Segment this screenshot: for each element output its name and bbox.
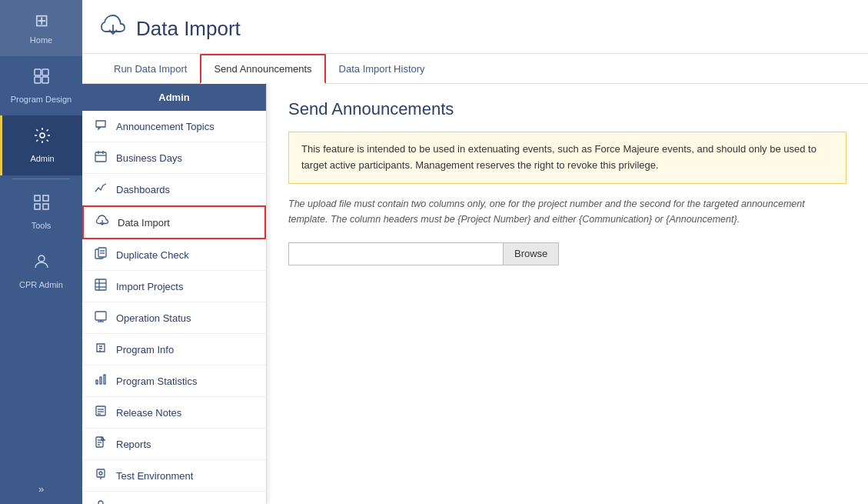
import-projects-icon (93, 279, 108, 294)
dropdown-item-reports[interactable]: Reports (82, 429, 266, 460)
dropdown-label-duplicate-check: Duplicate Check (116, 249, 189, 261)
dropdown-header: Admin (82, 84, 266, 111)
svg-point-39 (99, 472, 102, 475)
admin-icon (33, 126, 52, 149)
nav-item-tools[interactable]: Tools (0, 182, 82, 242)
dropdown-item-release-notes[interactable]: Release Notes (82, 397, 266, 429)
content-wrapper: Admin Announcement Topics (82, 84, 868, 504)
reports-icon (93, 436, 108, 452)
nav-label-program-design: Program Design (11, 95, 72, 105)
dropdown-item-business-days[interactable]: Business Days (82, 142, 266, 174)
svg-rect-27 (96, 380, 98, 384)
dropdown-label-operation-status: Operation Status (116, 312, 191, 324)
admin-dropdown-menu: Admin Announcement Topics (82, 84, 267, 504)
left-nav: ⊞ Home Program Design Admin (0, 0, 82, 504)
browse-button[interactable]: Browse (504, 242, 559, 265)
tab-run-data-import[interactable]: Run Data Import (101, 55, 200, 83)
main-area: Data Import Run Data Import Send Announc… (82, 0, 868, 504)
page-title: Data Import (136, 17, 241, 41)
home-icon: ⊞ (35, 11, 48, 31)
svg-point-41 (98, 501, 103, 504)
program-design-icon (32, 67, 51, 90)
cpr-admin-icon (32, 252, 51, 275)
svg-rect-11 (95, 152, 106, 162)
program-info-icon (93, 342, 108, 357)
alert-text: This feature is intended to be used in e… (301, 143, 816, 171)
program-statistics-icon (93, 373, 108, 389)
dropdown-label-user-administration: User Administration (116, 502, 203, 505)
svg-rect-17 (98, 248, 106, 257)
dropdown-item-data-import[interactable]: Data Import (82, 205, 266, 239)
svg-rect-1 (42, 69, 48, 75)
svg-rect-38 (97, 469, 105, 477)
svg-rect-3 (42, 77, 48, 83)
expand-icon: » (38, 483, 44, 495)
svg-rect-20 (95, 279, 106, 290)
browse-row: Browse (288, 242, 846, 265)
nav-label-tools: Tools (32, 221, 52, 231)
nav-label-admin: Admin (30, 154, 54, 164)
dropdown-label-test-environment: Test Environment (116, 470, 193, 482)
file-input[interactable] (288, 242, 504, 265)
dropdown-item-announcement-topics[interactable]: Announcement Topics (82, 111, 266, 142)
test-environment-icon (93, 468, 108, 483)
alert-box: This feature is intended to be used in e… (288, 132, 846, 184)
svg-rect-0 (35, 69, 41, 75)
dropdown-item-user-administration[interactable]: User Administration (82, 492, 266, 504)
svg-rect-6 (43, 195, 48, 201)
tab-data-import-history[interactable]: Data Import History (326, 55, 438, 83)
dropdown-item-operation-status[interactable]: Operation Status (82, 302, 266, 334)
duplicate-check-icon (93, 247, 108, 262)
nav-item-cpr-admin[interactable]: CPR Admin (0, 242, 82, 301)
dropdown-label-release-notes: Release Notes (116, 407, 181, 419)
nav-item-program-design[interactable]: Program Design (0, 56, 82, 115)
page-content: Send Announcements This feature is inten… (267, 84, 868, 504)
tools-icon (32, 193, 51, 216)
svg-rect-28 (100, 377, 101, 384)
tabs-bar: Run Data Import Send Announcements Data … (82, 54, 868, 84)
info-text: The upload file must contain two columns… (288, 196, 846, 227)
announcement-topics-icon (93, 118, 108, 134)
dropdown-item-program-info[interactable]: Program Info (82, 334, 266, 365)
data-import-dropdown-icon (95, 215, 110, 230)
dropdown-item-test-environment[interactable]: Test Environment (82, 460, 266, 492)
svg-rect-29 (104, 375, 105, 384)
dropdown-item-import-projects[interactable]: Import Projects (82, 271, 266, 302)
dropdown-label-import-projects: Import Projects (116, 281, 183, 292)
svg-rect-8 (43, 204, 48, 209)
data-import-header-icon (101, 14, 125, 44)
dropdown-label-dashboards: Dashboards (116, 184, 170, 195)
dropdown-label-program-info: Program Info (116, 344, 174, 355)
operation-status-icon (93, 310, 108, 325)
release-notes-icon (93, 405, 108, 420)
dropdown-label-business-days: Business Days (116, 152, 182, 164)
dropdown-item-program-statistics[interactable]: Program Statistics (82, 365, 266, 397)
svg-rect-2 (35, 77, 41, 83)
page-header: Data Import (82, 0, 868, 54)
svg-rect-7 (35, 204, 40, 209)
dropdown-label-program-statistics: Program Statistics (116, 375, 197, 387)
svg-point-9 (38, 255, 45, 262)
nav-expand-button[interactable]: » (0, 474, 82, 504)
tab-send-announcements[interactable]: Send Announcements (200, 54, 325, 84)
user-administration-icon (93, 499, 108, 504)
dropdown-item-duplicate-check[interactable]: Duplicate Check (82, 239, 266, 271)
nav-divider (12, 179, 70, 179)
svg-point-4 (40, 133, 45, 138)
dropdown-label-data-import: Data Import (118, 217, 170, 229)
dropdown-label-reports: Reports (116, 439, 151, 450)
dropdown-item-dashboards[interactable]: Dashboards (82, 174, 266, 205)
nav-label-cpr-admin: CPR Admin (19, 280, 63, 290)
nav-item-home[interactable]: ⊞ Home (0, 0, 82, 56)
svg-rect-24 (95, 312, 106, 320)
svg-rect-5 (35, 195, 40, 201)
dashboards-icon (93, 182, 108, 197)
nav-label-home: Home (30, 35, 52, 45)
section-title: Send Announcements (288, 99, 846, 119)
dropdown-label-announcement-topics: Announcement Topics (116, 121, 215, 132)
nav-item-admin[interactable]: Admin (0, 115, 82, 175)
business-days-icon (93, 150, 108, 165)
